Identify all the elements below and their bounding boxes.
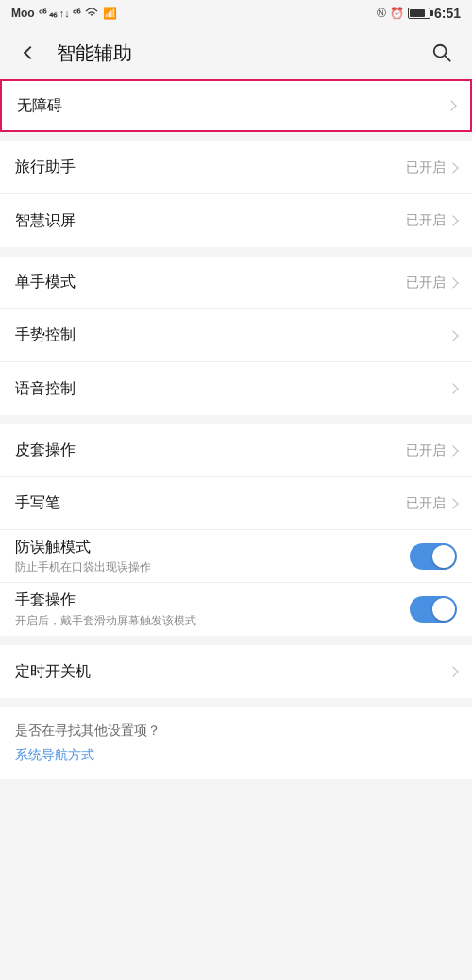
settings-item-pitaocaozuo[interactable]: 皮套操作已开启: [0, 424, 472, 477]
svg-line-1: [445, 56, 450, 61]
status-right: Ⓝ ⏰ 6:51: [377, 6, 461, 21]
item-right-yuyinkongzhi: [449, 385, 457, 392]
toggle-knob-fangwuchumoshi: [432, 545, 455, 568]
item-subtitle-shoutaocaozuo: 开启后，戴手套滑动屏幕触发该模式: [15, 613, 410, 629]
carrier-text: Moo: [11, 7, 35, 20]
item-title-shijikongzhi: 手势控制: [15, 324, 449, 345]
chevron-icon-shoxiaobi: [447, 498, 458, 508]
toggle-knob-shoutaocaozuo: [432, 598, 455, 621]
section-4: 皮套操作已开启手写笔已开启防误触模式防止手机在口袋出现误操作手套操作开启后，戴手…: [0, 424, 472, 636]
settings-item-luyingshou[interactable]: 旅行助手已开启: [0, 141, 472, 194]
search-icon: [431, 42, 452, 63]
settings-content: 无障碍旅行助手已开启智慧识屏已开启单手模式已开启手势控制语音控制皮套操作已开启手…: [0, 79, 472, 698]
chevron-icon-luyingshou: [447, 162, 458, 173]
section-3: 单手模式已开启手势控制语音控制: [0, 257, 472, 415]
settings-item-shoxiaobi[interactable]: 手写笔已开启: [0, 477, 472, 530]
settings-item-shijikongzhi[interactable]: 手势控制: [0, 309, 472, 362]
item-right-shijikongzhi: [449, 332, 457, 340]
item-right-shoutaocaozuo: [410, 596, 457, 623]
item-left-zhihuishiping: 智慧识屏: [15, 210, 406, 231]
item-left-shijikongzhi: 手势控制: [15, 324, 449, 345]
back-button[interactable]: [15, 38, 45, 68]
section-5: 定时开关机: [0, 645, 472, 698]
chevron-icon-dingshiguanji: [447, 666, 458, 676]
toggle-fangwuchumoshi[interactable]: [410, 543, 457, 570]
page-title: 智能辅助: [57, 41, 132, 66]
item-right-fangwuchumoshi: [410, 543, 457, 570]
item-left-luyingshou: 旅行助手: [15, 157, 406, 177]
item-title-wuzhangai: 无障碍: [17, 95, 447, 116]
item-left-shoxiaobi: 手写笔: [15, 492, 406, 513]
item-right-danshoumoshi: 已开启: [406, 274, 457, 291]
item-left-wuzhangai: 无障碍: [17, 95, 447, 116]
chevron-icon-zhihuishiping: [447, 215, 458, 225]
item-title-pitaocaozuo: 皮套操作: [15, 440, 406, 460]
chevron-icon-wuzhangai: [446, 100, 456, 110]
item-title-luyingshou: 旅行助手: [15, 157, 406, 177]
back-arrow-icon: [24, 46, 37, 59]
settings-item-zhihuishiping[interactable]: 智慧识屏已开启: [0, 194, 472, 247]
search-button[interactable]: [427, 38, 457, 68]
item-left-yuyinkongzhi: 语音控制: [15, 378, 449, 399]
status-bar: Moo ᵈ⁶ ₄₆ ↑↓ ᵈ⁶ 📶 Ⓝ ⏰ 6:51: [0, 0, 472, 26]
alarm-icon: ⏰: [390, 7, 404, 20]
signal-icons: ᵈ⁶ ₄₆ ↑↓ ᵈ⁶: [39, 8, 80, 20]
item-title-shoutaocaozuo: 手套操作: [15, 590, 410, 610]
chevron-icon-pitaocaozuo: [447, 445, 458, 456]
item-title-dingshiguanji: 定时开关机: [15, 661, 449, 682]
item-title-yuyinkongzhi: 语音控制: [15, 378, 449, 399]
item-title-shoxiaobi: 手写笔: [15, 492, 406, 513]
nav-mode-link[interactable]: 系统导航方式: [15, 747, 457, 764]
item-title-zhihuishiping: 智慧识屏: [15, 210, 406, 231]
battery-icon: [408, 8, 430, 19]
settings-item-dingshiguanji[interactable]: 定时开关机: [0, 645, 472, 698]
item-subtitle-fangwuchumoshi: 防止手机在口袋出现误操作: [15, 559, 410, 575]
item-right-pitaocaozuo: 已开启: [406, 442, 457, 459]
item-left-fangwuchumoshi: 防误触模式防止手机在口袋出现误操作: [15, 537, 410, 575]
item-left-dingshiguanji: 定时开关机: [15, 661, 449, 682]
wifi-icon: [84, 7, 99, 21]
svg-point-0: [434, 45, 447, 58]
settings-item-danshoumoshi[interactable]: 单手模式已开启: [0, 257, 472, 309]
item-right-shoxiaobi: 已开启: [406, 495, 457, 512]
toggle-shoutaocaozuo[interactable]: [410, 596, 457, 623]
section-1: 无障碍: [0, 79, 472, 132]
item-status-luyingshou: 已开启: [406, 159, 446, 176]
bottom-card: 是否在寻找其他设置项？ 系统导航方式: [0, 707, 472, 779]
item-right-zhihuishiping: 已开启: [406, 212, 457, 229]
signal-bar-icon: 📶: [103, 7, 117, 20]
notification-icon: Ⓝ: [377, 7, 386, 20]
item-status-danshoumoshi: 已开启: [406, 274, 446, 291]
chevron-icon-shijikongzhi: [447, 330, 458, 341]
item-left-danshoumoshi: 单手模式: [15, 272, 406, 292]
settings-item-wuzhangai[interactable]: 无障碍: [0, 79, 472, 132]
item-right-dingshiguanji: [449, 668, 457, 675]
settings-item-fangwuchumoshi[interactable]: 防误触模式防止手机在口袋出现误操作: [0, 530, 472, 583]
chevron-icon-yuyinkongzhi: [447, 383, 458, 393]
item-right-luyingshou: 已开启: [406, 159, 457, 176]
item-status-shoxiaobi: 已开启: [406, 495, 446, 512]
item-status-pitaocaozuo: 已开启: [406, 442, 446, 459]
item-title-fangwuchumoshi: 防误触模式: [15, 537, 410, 557]
settings-item-shoutaocaozuo[interactable]: 手套操作开启后，戴手套滑动屏幕触发该模式: [0, 583, 472, 636]
item-status-zhihuishiping: 已开启: [406, 212, 446, 229]
header: 智能辅助: [0, 26, 472, 79]
item-right-wuzhangai: [447, 102, 455, 109]
section-2: 旅行助手已开启智慧识屏已开启: [0, 141, 472, 247]
bottom-card-question: 是否在寻找其他设置项？: [15, 723, 457, 739]
item-left-pitaocaozuo: 皮套操作: [15, 440, 406, 460]
item-title-danshoumoshi: 单手模式: [15, 272, 406, 292]
status-left: Moo ᵈ⁶ ₄₆ ↑↓ ᵈ⁶ 📶: [11, 7, 117, 21]
item-left-shoutaocaozuo: 手套操作开启后，戴手套滑动屏幕触发该模式: [15, 590, 410, 628]
settings-item-yuyinkongzhi[interactable]: 语音控制: [0, 362, 472, 415]
chevron-icon-danshoumoshi: [447, 277, 458, 288]
header-left: 智能辅助: [15, 38, 132, 68]
time-display: 6:51: [434, 6, 461, 21]
